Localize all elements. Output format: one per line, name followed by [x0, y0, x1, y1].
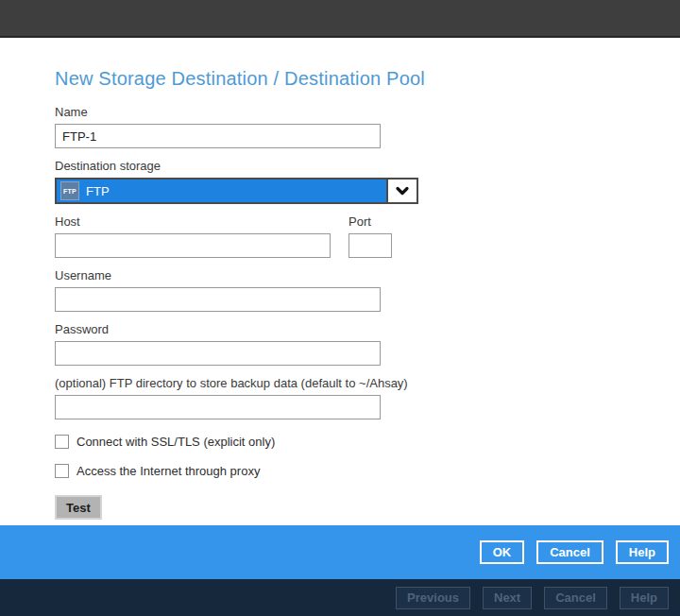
- name-label: Name: [55, 105, 680, 119]
- ftp-directory-label: (optional) FTP directory to store backup…: [55, 376, 680, 390]
- ssl-checkbox[interactable]: [55, 435, 69, 449]
- password-label: Password: [55, 322, 680, 336]
- host-label: Host: [55, 214, 331, 229]
- port-field-group: Port: [348, 204, 392, 258]
- host-input[interactable]: [55, 233, 331, 258]
- ssl-checkbox-label: Connect with SSL/TLS (explicit only): [76, 435, 275, 449]
- destination-storage-label: Destination storage: [55, 159, 680, 173]
- port-label: Port: [348, 214, 392, 229]
- top-title-bar: [0, 0, 680, 38]
- proxy-checkbox[interactable]: [55, 464, 69, 478]
- dialog-footer: OK Cancel Help: [0, 525, 680, 579]
- help-button[interactable]: Help: [616, 540, 669, 564]
- proxy-checkbox-row: Access the Internet through proxy: [55, 464, 680, 478]
- host-field-group: Host: [55, 204, 331, 258]
- page-title: New Storage Destination / Destination Po…: [55, 68, 680, 90]
- wizard-cancel-button[interactable]: Cancel: [544, 587, 607, 609]
- ftp-directory-input[interactable]: [55, 395, 381, 419]
- chevron-down-icon[interactable]: [386, 180, 416, 202]
- destination-storage-select[interactable]: FTP FTP: [55, 178, 418, 204]
- ftp-badge-icon: FTP: [60, 181, 79, 200]
- wizard-help-button[interactable]: Help: [620, 587, 669, 609]
- destination-storage-value: FTP: [86, 184, 110, 198]
- password-input[interactable]: [55, 341, 381, 366]
- ssl-checkbox-row: Connect with SSL/TLS (explicit only): [55, 435, 680, 449]
- name-input[interactable]: [55, 124, 381, 148]
- test-button[interactable]: Test: [55, 495, 102, 520]
- ok-button[interactable]: OK: [480, 540, 525, 564]
- username-label: Username: [55, 268, 680, 282]
- destination-storage-selected: FTP FTP: [57, 180, 386, 202]
- port-input[interactable]: [348, 233, 392, 258]
- previous-button[interactable]: Previous: [396, 587, 470, 609]
- username-input[interactable]: [55, 287, 381, 312]
- wizard-navigation-bar: Previous Next Cancel Help: [0, 579, 680, 616]
- proxy-checkbox-label: Access the Internet through proxy: [76, 464, 260, 478]
- next-button[interactable]: Next: [483, 587, 532, 609]
- dialog-content: New Storage Destination / Destination Po…: [0, 40, 680, 525]
- cancel-button[interactable]: Cancel: [536, 540, 604, 564]
